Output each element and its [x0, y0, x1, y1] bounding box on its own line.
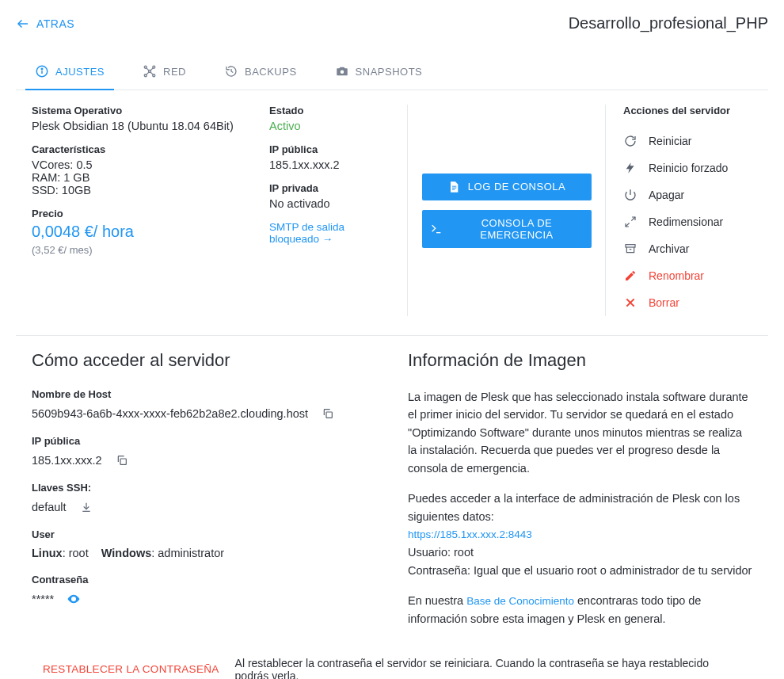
page-title: Desarrollo_profesional_PHP	[569, 14, 768, 32]
svg-rect-15	[452, 187, 456, 188]
tab-label: BACKUPS	[245, 66, 297, 78]
smtp-link[interactable]: SMTP de salida bloqueado →	[269, 221, 391, 245]
action-label: Borrar	[649, 296, 679, 309]
svg-point-6	[144, 74, 147, 77]
back-link[interactable]: ATRAS	[16, 17, 74, 31]
ippriv-label: IP privada	[269, 182, 391, 194]
tab-backups[interactable]: BACKUPS	[221, 55, 300, 90]
action-label: Renombrar	[649, 269, 704, 282]
user-label: User	[32, 528, 376, 540]
action-label: Archivar	[649, 242, 689, 255]
svg-point-13	[340, 71, 344, 74]
action-label: Redimensionar	[649, 216, 723, 228]
access-ippub-value: 185.1xx.xxx.2	[32, 454, 102, 467]
eye-icon[interactable]	[67, 592, 81, 606]
ippub-value: 185.1xx.xxx.2	[269, 158, 391, 171]
copy-icon[interactable]	[115, 453, 129, 467]
os-label: Sistema Operativo	[32, 105, 245, 116]
refresh-icon	[623, 134, 637, 148]
tab-settings[interactable]: AJUSTES	[32, 55, 108, 90]
bolt-icon	[623, 161, 637, 175]
tab-label: AJUSTES	[55, 66, 105, 78]
svg-line-11	[147, 72, 149, 74]
svg-line-12	[150, 72, 153, 74]
os-value: Plesk Obsidian 18 (Ubuntu 18.04 64Bit)	[32, 120, 245, 132]
action-label: Apagar	[649, 189, 684, 201]
svg-point-29	[73, 598, 75, 601]
tab-label: RED	[163, 66, 186, 78]
svg-point-4	[144, 66, 147, 68]
action-archive[interactable]: Archivar	[623, 235, 752, 262]
ssh-value: default	[32, 501, 67, 513]
tabs: AJUSTES RED BACKUPS SNAPSHOTS	[16, 55, 768, 90]
reset-text: Al restablecer la contraseña el servidor…	[235, 657, 741, 679]
svg-point-3	[41, 68, 43, 70]
actions-header: Acciones del servidor	[623, 105, 752, 116]
network-icon	[143, 64, 157, 78]
svg-line-19	[631, 217, 635, 221]
backup-icon	[224, 64, 238, 78]
tab-network[interactable]: RED	[139, 55, 189, 90]
reset-password-button[interactable]: RESTABLECER LA CONTRASEÑA	[43, 663, 219, 675]
specs-label: Características	[32, 143, 245, 155]
admin-url-link[interactable]: https://185.1xx.xxx.2:8443	[408, 528, 532, 540]
host-value: 5609b943-6a6b-4xxx-xxxx-feb62b2a8e2.clou…	[32, 407, 308, 420]
access-ippub-label: IP pública	[32, 435, 376, 447]
kb-link[interactable]: Base de Conocimiento	[466, 595, 574, 607]
price-label: Precio	[32, 208, 245, 219]
action-rename[interactable]: Renombrar	[623, 262, 752, 289]
ssh-label: Llaves SSH:	[32, 482, 376, 494]
svg-rect-21	[626, 245, 635, 247]
action-label: Reinicio forzado	[649, 162, 728, 174]
tab-label: SNAPSHOTS	[356, 66, 423, 78]
image-info-p3: En nuestra Base de Conocimiento encontra…	[408, 592, 752, 628]
pwd-label: Contraseña	[32, 574, 376, 586]
specs-vcores: VCores: 0.5	[32, 158, 245, 171]
expand-icon	[623, 215, 637, 229]
pwd-value: *****	[32, 593, 54, 605]
svg-line-10	[150, 68, 153, 71]
action-shutdown[interactable]: Apagar	[623, 181, 752, 208]
image-info-p2: Puedes acceder a la interface de adminis…	[408, 490, 752, 579]
download-icon[interactable]	[79, 500, 93, 514]
svg-rect-26	[120, 459, 126, 464]
tab-snapshots[interactable]: SNAPSHOTS	[332, 55, 426, 90]
user-values: Linux: root Windows: administrator	[32, 547, 376, 559]
power-icon	[623, 188, 637, 202]
price-month: (3,52 €/ mes)	[32, 244, 245, 256]
image-info-p1: La imagen de Plesk que has seleccionado …	[408, 388, 752, 477]
svg-rect-14	[452, 185, 456, 186]
ippriv-value: No activado	[269, 197, 391, 210]
action-label: Reiniciar	[649, 135, 691, 147]
button-label: LOG DE CONSOLA	[468, 181, 565, 193]
action-resize[interactable]: Redimensionar	[623, 208, 752, 235]
camera-icon	[335, 64, 349, 78]
arrow-left-icon	[16, 17, 30, 31]
host-label: Nombre de Host	[32, 388, 376, 400]
info-icon	[35, 64, 49, 78]
action-restart[interactable]: Reiniciar	[623, 128, 752, 154]
specs-ram: RAM: 1 GB	[32, 171, 245, 184]
specs-ssd: SSD: 10GB	[32, 184, 245, 196]
svg-rect-16	[452, 189, 455, 189]
back-label: ATRAS	[36, 17, 74, 30]
action-force-restart[interactable]: Reinicio forzado	[623, 154, 752, 181]
pencil-icon	[623, 269, 637, 283]
admin-user: Usuario: root	[408, 546, 474, 559]
access-heading: Cómo acceder al servidor	[32, 350, 376, 371]
state-label: Estado	[269, 105, 391, 116]
price-value: 0,0048 €/ hora	[32, 223, 245, 241]
image-info-heading: Información de Imagen	[408, 350, 752, 371]
archive-icon	[623, 242, 637, 256]
admin-pwd: Contraseña: Igual que el usuario root o …	[408, 564, 752, 577]
emergency-console-button[interactable]: CONSOLA DE EMERGENCIA	[422, 210, 592, 248]
svg-line-20	[626, 223, 630, 227]
svg-line-9	[147, 68, 149, 71]
x-icon	[623, 296, 637, 310]
copy-icon[interactable]	[321, 406, 335, 421]
svg-point-8	[149, 71, 151, 73]
action-delete[interactable]: Borrar	[623, 289, 752, 316]
console-log-button[interactable]: LOG DE CONSOLA	[422, 174, 592, 200]
svg-point-5	[153, 66, 155, 68]
ippub-label: IP pública	[269, 143, 391, 155]
